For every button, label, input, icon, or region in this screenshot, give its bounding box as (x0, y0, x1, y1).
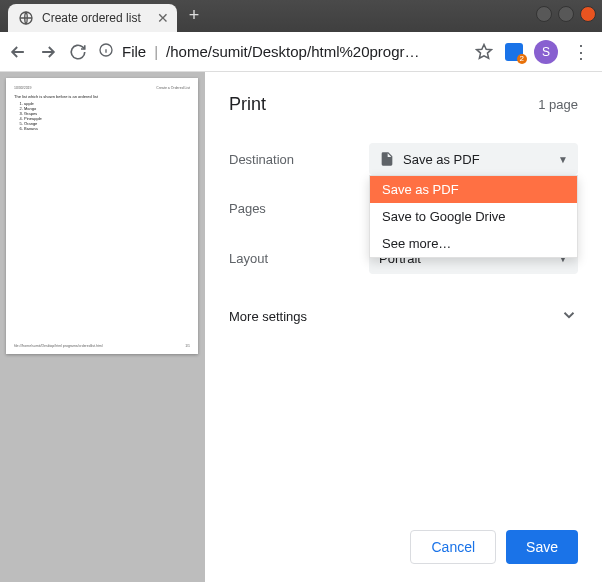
info-icon (98, 42, 114, 61)
preview-list: apple Mango Grapes Pineapple Orange Bana… (24, 101, 190, 131)
destination-menu: Save as PDF Save to Google Drive See mor… (369, 175, 578, 258)
document-icon (379, 151, 395, 167)
window-controls (536, 6, 596, 22)
back-icon[interactable] (8, 42, 28, 62)
preview-caption: The list which is shown before is an ord… (14, 94, 98, 99)
print-settings-pane: Print 1 page Destination Save as PDF ▼ (205, 72, 602, 582)
preview-doc-title: Create a Ordered List (156, 86, 190, 90)
preview-date: 10/30/2019 (14, 86, 32, 90)
forward-icon[interactable] (38, 42, 58, 62)
close-tab-icon[interactable]: ✕ (157, 10, 169, 26)
toolbar: File | /home/sumit/Desktop/html%20progr…… (0, 32, 602, 72)
globe-icon (18, 10, 34, 26)
preview-page: 10/30/2019 Create a Ordered List The lis… (6, 78, 198, 354)
print-preview-pane: 10/30/2019 Create a Ordered List The lis… (0, 72, 205, 582)
reload-icon[interactable] (68, 42, 88, 62)
page-count: 1 page (538, 97, 578, 112)
destination-value: Save as PDF (403, 152, 480, 167)
destination-dropdown[interactable]: Save as PDF ▼ (369, 143, 578, 175)
preview-footer-path: file:///home/sumit/Desktop/html programs… (14, 344, 103, 348)
address-bar[interactable]: File | /home/sumit/Desktop/html%20progr… (98, 42, 464, 61)
destination-row: Destination Save as PDF ▼ Save as PDF (229, 143, 578, 175)
extension-icon[interactable]: 2 (504, 42, 524, 62)
profile-avatar[interactable]: S (534, 40, 558, 64)
chevron-down-icon (560, 306, 578, 327)
browser-tab[interactable]: Create ordered list ✕ (8, 4, 177, 32)
layout-label: Layout (229, 251, 369, 266)
cancel-button[interactable]: Cancel (410, 530, 496, 564)
destination-option-drive[interactable]: Save to Google Drive (370, 203, 577, 230)
url-path: /home/sumit/Desktop/html%20progr… (166, 43, 419, 60)
print-header: Print 1 page (229, 94, 578, 115)
dialog-footer: Cancel Save (229, 510, 578, 564)
bookmark-star-icon[interactable] (474, 42, 494, 62)
tab-title: Create ordered list (42, 11, 141, 25)
menu-icon[interactable]: ⋮ (568, 41, 594, 63)
maximize-button[interactable] (558, 6, 574, 22)
more-settings-label: More settings (229, 309, 307, 324)
save-button[interactable]: Save (506, 530, 578, 564)
destination-label: Destination (229, 152, 369, 167)
close-window-button[interactable] (580, 6, 596, 22)
destination-option-more[interactable]: See more… (370, 230, 577, 257)
destination-option-pdf[interactable]: Save as PDF (370, 176, 577, 203)
url-scheme: File (122, 43, 146, 60)
browser-window: Create ordered list ✕ + File | /home/sum… (0, 0, 602, 582)
new-tab-button[interactable]: + (177, 5, 212, 26)
content-area: 10/30/2019 Create a Ordered List The lis… (0, 72, 602, 582)
more-settings-toggle[interactable]: More settings (229, 306, 578, 327)
chevron-down-icon: ▼ (558, 154, 568, 165)
list-item: Banana (24, 126, 190, 131)
pages-label: Pages (229, 201, 369, 216)
minimize-button[interactable] (536, 6, 552, 22)
preview-footer-page: 1/1 (185, 344, 190, 348)
print-title: Print (229, 94, 266, 115)
titlebar: Create ordered list ✕ + (0, 0, 602, 32)
